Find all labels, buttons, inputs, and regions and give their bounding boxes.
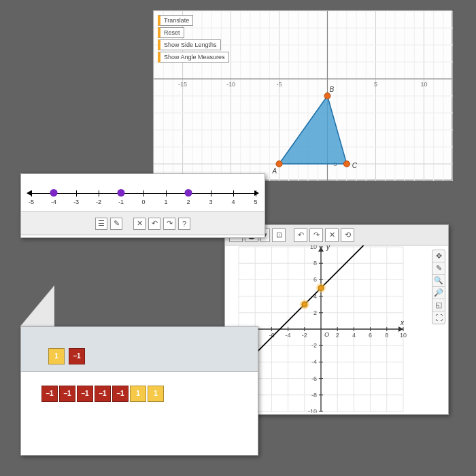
show-angle-measures-button[interactable]: Show Angle Measures [158, 52, 229, 63]
tick--5 [31, 190, 32, 197]
tick-label--2: -2 [96, 199, 101, 205]
undo-button[interactable]: ↶ [148, 218, 160, 230]
svg-text:C: C [352, 162, 358, 169]
svg-text:-10: -10 [226, 81, 235, 88]
delete-button[interactable]: ✕ [325, 228, 339, 242]
svg-marker-85 [318, 247, 324, 252]
svg-text:-10: -10 [308, 408, 317, 413]
svg-text:-6: -6 [311, 375, 317, 382]
delete-button[interactable]: ✕ [133, 218, 146, 230]
svg-text:6: 6 [313, 276, 317, 283]
svg-text:8: 8 [385, 332, 388, 339]
move-tool-button[interactable]: ✥ [432, 250, 445, 262]
tick-label-4: 4 [231, 199, 235, 205]
tick--3 [76, 190, 77, 197]
svg-text:4: 4 [352, 332, 356, 339]
tick-1 [166, 190, 167, 197]
svg-text:10: 10 [310, 245, 317, 250]
palette-tile-pos[interactable]: 1 [48, 348, 65, 364]
label-tool-button[interactable]: ⊡ [272, 228, 286, 242]
svg-text:B: B [329, 86, 334, 93]
svg-text:6: 6 [369, 332, 372, 339]
svg-text:2: 2 [336, 332, 339, 339]
svg-text:10: 10 [400, 332, 407, 339]
graph-side-toolbar: ✥ ✎ 🔍 🔎 ◱ ⛶ [432, 250, 445, 324]
tile-pos[interactable]: 1 [148, 386, 164, 402]
zoom-fit-button[interactable]: ◱ [432, 299, 445, 311]
tick-label--4: -4 [51, 199, 56, 205]
fullscreen-button[interactable]: ⛶ [432, 311, 445, 324]
tile-neg[interactable]: –1 [95, 386, 111, 402]
svg-marker-84 [398, 326, 403, 332]
palette-tile-neg[interactable]: –1 [69, 348, 85, 364]
svg-point-54 [324, 93, 330, 99]
arrow-left-icon [27, 190, 31, 196]
svg-text:8: 8 [313, 260, 317, 267]
point-2[interactable] [185, 189, 192, 197]
graph-area[interactable]: -10-8-6-4-2246810-10-8-6-4-2246810 x y O… [225, 245, 448, 413]
zoom-in-button[interactable]: 🔍 [432, 275, 445, 287]
svg-text:-5: -5 [277, 81, 282, 88]
tick-0 [143, 190, 144, 197]
translate-button[interactable]: Translate [158, 15, 193, 26]
svg-text:10: 10 [420, 81, 427, 88]
svg-text:y: y [326, 245, 330, 251]
number-line-panel: -5-4-3-2-1012345 ☰ ✎ ✕ ↶ ↷ ? [20, 173, 265, 238]
tile-neg[interactable]: –1 [59, 386, 75, 402]
redo-button[interactable]: ↷ [309, 228, 323, 242]
svg-text:2: 2 [313, 309, 317, 316]
zoom-out-button[interactable]: 🔎 [432, 287, 445, 299]
svg-text:O: O [324, 331, 329, 338]
tick-3 [211, 190, 211, 197]
tick--2 [99, 190, 99, 197]
tick-label-1: 1 [164, 199, 167, 205]
tick-label--5: -5 [29, 199, 34, 205]
number-line-area[interactable]: -5-4-3-2-1012345 [21, 174, 265, 211]
svg-text:-2: -2 [311, 342, 317, 349]
tile-neg[interactable]: –1 [112, 386, 129, 402]
svg-text:-4: -4 [311, 358, 317, 365]
reset-button[interactable]: ⟲ [341, 228, 354, 242]
tile-neg[interactable]: –1 [41, 386, 58, 402]
number-line [31, 193, 254, 194]
help-button[interactable]: ? [178, 218, 190, 230]
tick-label-2: 2 [186, 199, 190, 205]
tick-4 [233, 190, 234, 197]
triangle-grid-svg: -15-10-5510-5 ABC [154, 11, 453, 181]
tick-label-3: 3 [209, 199, 212, 205]
tile-neg[interactable]: –1 [77, 386, 93, 402]
tick-label-5: 5 [254, 199, 257, 205]
tick-label--3: -3 [73, 199, 79, 205]
tiles-workspace[interactable]: –1–1–1–1–111 [21, 372, 258, 455]
svg-text:-4: -4 [286, 332, 291, 339]
svg-text:5: 5 [374, 81, 377, 88]
svg-text:x: x [400, 319, 405, 326]
svg-text:-2: -2 [302, 332, 307, 339]
tiles-palette: 1–1 [21, 327, 258, 372]
triangle-grid-panel: -15-10-5510-5 ABC TranslateResetShow Sid… [153, 10, 452, 180]
svg-point-56 [343, 161, 350, 167]
point--4[interactable] [50, 189, 58, 197]
svg-point-129 [302, 302, 307, 307]
eraser-tool-button[interactable]: ✎ [110, 218, 122, 230]
svg-text:-15: -15 [178, 81, 187, 88]
reset-button[interactable]: Reset [158, 27, 184, 38]
pencil-tool-button[interactable]: ✎ [432, 262, 445, 275]
undo-button[interactable]: ↶ [294, 228, 307, 242]
point--1[interactable] [118, 189, 125, 197]
svg-text:A: A [272, 167, 277, 175]
tile-pos[interactable]: 1 [130, 386, 146, 402]
pan-tool-button[interactable]: ☰ [95, 218, 107, 230]
svg-point-52 [276, 161, 282, 167]
show-side-lengths-button[interactable]: Show Side Lengths [158, 39, 221, 50]
svg-point-131 [318, 286, 324, 291]
tick-label--1: -1 [118, 199, 124, 205]
number-line-toolbar: ☰ ✎ ✕ ↶ ↷ ? [21, 211, 265, 235]
svg-text:-8: -8 [311, 392, 317, 398]
algebra-tiles-panel: 1–1 –1–1–1–1–111 [20, 326, 258, 456]
redo-button[interactable]: ↷ [163, 218, 175, 230]
tick-5 [256, 190, 256, 197]
tick-label-0: 0 [141, 199, 145, 205]
